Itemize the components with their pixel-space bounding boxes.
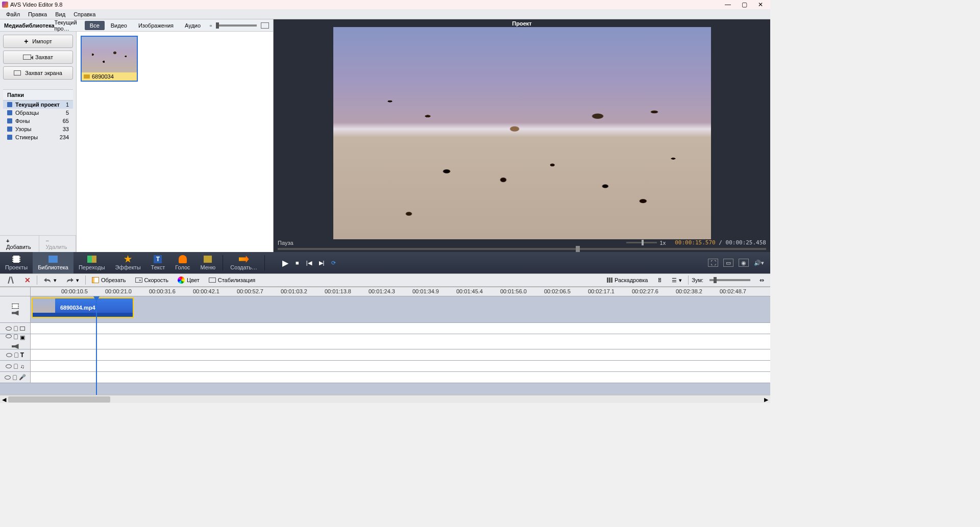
horizontal-scrollbar[interactable]: ◀ ▶	[0, 395, 770, 403]
app-icon	[2, 2, 8, 8]
ribbon-transitions[interactable]: Переходы	[74, 252, 110, 273]
menu-view[interactable]: Вид	[51, 10, 69, 18]
ribbon-create[interactable]: Создать…	[225, 252, 262, 273]
screen-capture-button[interactable]: Захват экрана	[3, 66, 73, 80]
ruler-tick: 00:01:03.2	[281, 288, 307, 294]
ribbon-projects[interactable]: Проекты	[0, 252, 33, 273]
ribbon-voice[interactable]: Голос	[170, 252, 195, 273]
stabilize-icon	[209, 278, 216, 283]
eye-icon[interactable]	[6, 364, 12, 368]
loop-button[interactable]: ⟳	[331, 260, 336, 266]
trim-button[interactable]: Обрезать	[89, 276, 129, 284]
scroll-right-arrow[interactable]: ▶	[762, 395, 770, 404]
folder-row[interactable]: Узоры33	[3, 125, 73, 133]
aspect-button[interactable]: ▭	[723, 259, 733, 267]
video-track-icon	[12, 304, 19, 309]
menu-help[interactable]: Справка	[69, 10, 100, 18]
folder-row[interactable]: Текущий проект1	[3, 101, 73, 109]
volume-button[interactable]: 🔊▾	[754, 259, 764, 267]
speed-button[interactable]: » Скорость	[132, 276, 172, 284]
media-thumb[interactable]: 6890034	[81, 36, 138, 82]
storyboard-button[interactable]: Раскадровка	[604, 276, 651, 284]
filter-tab-audio[interactable]: Аудио	[180, 21, 206, 30]
trim-icon	[92, 277, 99, 283]
eye-icon[interactable]	[6, 327, 12, 331]
fit-timeline-button[interactable]: ⇔	[756, 276, 767, 285]
prev-frame-button[interactable]: |◀	[306, 260, 312, 266]
close-button[interactable]: ✕	[757, 1, 764, 8]
preview-viewport[interactable]	[333, 27, 711, 239]
filter-tab-video[interactable]: Видео	[106, 21, 132, 30]
eye-icon[interactable]	[6, 353, 12, 357]
ribbon-menu[interactable]: Меню	[195, 252, 221, 273]
filter-tab-all[interactable]: Все	[85, 21, 105, 30]
timeline-ruler[interactable]: 00:00:10.500:00:21.000:00:31.600:00:42.1…	[0, 287, 770, 296]
ribbon-library[interactable]: Библиотека	[33, 252, 74, 273]
voice-icon	[178, 255, 188, 263]
folder-name: Текущий проект	[15, 102, 66, 108]
text-icon: T	[20, 352, 24, 359]
redo-button[interactable]: ▾	[63, 276, 82, 285]
add-folder-button[interactable]: + Добавить	[0, 236, 39, 252]
ribbon-effects[interactable]: Эффекты	[110, 252, 146, 273]
menubar: Файл Правка Вид Справка	[0, 9, 770, 19]
folder-count: 65	[63, 118, 69, 124]
lock-icon[interactable]	[14, 326, 18, 331]
thumb-small-icon[interactable]: ▫	[210, 22, 212, 29]
timeline-settings-button[interactable]: ☰▾	[669, 276, 685, 285]
next-frame-button[interactable]: ▶|	[319, 260, 325, 266]
thumb-image	[82, 37, 137, 72]
video-clip[interactable]: 6890034.mp4	[32, 297, 134, 318]
lock-icon[interactable]	[14, 334, 18, 339]
scroll-left-arrow[interactable]: ◀	[0, 395, 8, 404]
fullscreen-button[interactable]: ⛶	[708, 259, 718, 267]
timeline: 00:00:10.500:00:21.000:00:31.600:00:42.1…	[0, 287, 770, 395]
scroll-thumb[interactable]	[8, 396, 110, 403]
audio-mixer-button[interactable]: 🎚	[654, 276, 666, 284]
minimize-button[interactable]: —	[724, 1, 731, 8]
maximize-button[interactable]: ▢	[741, 1, 748, 8]
color-button[interactable]: Цвет	[175, 275, 203, 285]
undo-button[interactable]: ▾	[40, 276, 60, 285]
play-button[interactable]: ▶	[282, 258, 288, 268]
speed-slider[interactable]	[626, 242, 657, 243]
ruler-tick: 00:02:06.5	[544, 288, 571, 294]
menu-file[interactable]: Файл	[2, 10, 24, 18]
ruler-tick: 00:02:27.6	[632, 288, 658, 294]
lock-icon[interactable]	[14, 353, 18, 358]
folder-row[interactable]: Стикеры234	[3, 133, 73, 141]
filter-tab-images[interactable]: Изображения	[133, 21, 179, 30]
eye-icon[interactable]	[5, 375, 11, 380]
snapshot-button[interactable]: ◉	[739, 259, 749, 267]
stabilize-button[interactable]: Стабилизация	[206, 276, 259, 284]
thumbnail-zoom-slider[interactable]	[216, 24, 257, 27]
ruler-tick: 00:01:24.3	[369, 288, 395, 294]
timeline-zoom-slider[interactable]	[709, 279, 750, 281]
delete-clip-button[interactable]: ✕	[21, 275, 34, 285]
seek-bar[interactable]	[274, 246, 770, 252]
delete-folder-button[interactable]: − Удалить	[39, 236, 76, 252]
create-icon	[239, 255, 249, 263]
speed-icon: »	[135, 278, 142, 283]
lock-icon[interactable]	[14, 364, 18, 369]
x-icon: ✕	[24, 276, 31, 284]
music-track-head: ♫	[0, 361, 31, 371]
folder-row[interactable]: Фоны65	[3, 117, 73, 125]
ribbon-text[interactable]: TТекст	[146, 252, 170, 273]
folder-row[interactable]: Образцы5	[3, 109, 73, 117]
stop-button[interactable]: ■	[296, 260, 299, 266]
eye-icon[interactable]	[6, 334, 12, 338]
overlay-track-head	[0, 323, 31, 334]
fit-icon: ⇔	[760, 277, 764, 284]
music-icon: ♫	[20, 363, 24, 369]
lock-icon[interactable]	[13, 375, 17, 380]
capture-button[interactable]: Захват	[3, 51, 73, 64]
thumb-large-icon[interactable]	[261, 22, 269, 29]
split-button[interactable]	[3, 274, 18, 286]
menu-edit[interactable]: Правка	[24, 10, 51, 18]
media-library-title: Медиабиблиотека	[4, 22, 55, 29]
ruler-tick: 00:00:31.6	[149, 288, 176, 294]
current-project-dropdown[interactable]: Текущий про…	[55, 19, 80, 32]
import-button[interactable]: + Импорт	[3, 35, 73, 48]
video-track-head	[0, 296, 31, 322]
